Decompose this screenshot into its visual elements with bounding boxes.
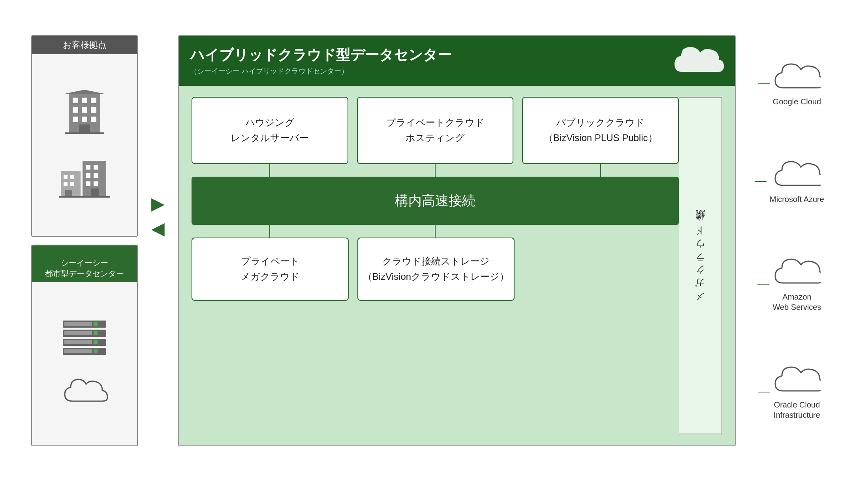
- google-cloud-item: Google Cloud: [758, 61, 821, 107]
- svg-rect-35: [64, 340, 92, 344]
- right-cloud-services: Google Cloud Microsoft Azure Amazon Web …: [742, 35, 837, 446]
- building-small-icon: [59, 155, 110, 200]
- bottom-service-boxes: プライベート メガクラウド クラウド接続ストレージ （BizVisionクラウド…: [192, 238, 679, 301]
- aws-service: Amazon Web Services: [772, 256, 821, 312]
- oracle-name: Oracle Cloud Infrastructure: [774, 400, 820, 420]
- svg-rect-2: [82, 98, 87, 103]
- svg-rect-17: [94, 173, 98, 178]
- building-large-icon: [61, 90, 108, 143]
- svg-rect-8: [82, 117, 87, 122]
- svg-rect-16: [86, 173, 90, 178]
- svg-rect-25: [70, 182, 74, 186]
- vconn-1: [192, 164, 348, 177]
- oracle-cloud-icon: [773, 364, 821, 396]
- svg-rect-4: [73, 107, 78, 113]
- google-cloud-name: Google Cloud: [773, 96, 821, 107]
- services-network-area: ハウジング レンタルサーバー プライベートクラウド ホスティング パブリッククラ…: [192, 97, 679, 434]
- main-body: ハウジング レンタルサーバー プライベートクラウド ホスティング パブリッククラ…: [179, 86, 735, 445]
- aws-name: Amazon Web Services: [772, 292, 821, 312]
- azure-name: Microsoft Azure: [770, 194, 824, 204]
- header-cloud-icon: [673, 42, 724, 79]
- center-section: ハイブリッドクラウド型データセンター （シーイーシー ハイブリッドクラウドセンタ…: [178, 35, 736, 446]
- arrow-right-icon: ▶: [151, 193, 165, 213]
- svg-rect-32: [64, 331, 92, 335]
- azure-cloud-icon: [773, 158, 821, 190]
- svg-rect-14: [86, 165, 90, 170]
- svg-rect-7: [73, 117, 78, 122]
- svg-rect-20: [91, 189, 99, 196]
- svg-rect-18: [86, 181, 90, 186]
- bottom-connectors: [192, 225, 679, 238]
- azure-service: Microsoft Azure: [770, 158, 824, 204]
- cloud-storage-box: クラウド接続ストレージ （BizVisionクラウドストレージ）: [357, 238, 515, 301]
- svg-rect-24: [64, 182, 68, 186]
- left-center-arrows: ▶ ◀: [144, 83, 172, 238]
- main-header: ハイブリッドクラウド型データセンター （シーイーシー ハイブリッドクラウドセンタ…: [179, 36, 735, 86]
- svg-rect-19: [94, 181, 98, 186]
- private-mega-box: プライベート メガクラウド: [192, 238, 349, 301]
- svg-rect-30: [94, 322, 98, 326]
- svg-rect-33: [94, 331, 98, 335]
- oracle-service: Oracle Cloud Infrastructure: [773, 364, 821, 420]
- top-service-boxes: ハウジング レンタルサーバー プライベートクラウド ホスティング パブリッククラ…: [192, 97, 679, 164]
- svg-rect-3: [91, 98, 96, 103]
- svg-marker-12: [65, 90, 104, 94]
- svg-rect-27: [59, 196, 110, 198]
- connector-line-aws: [757, 284, 769, 285]
- main-datacenter-area: ハイブリッドクラウド型データセンター （シーイーシー ハイブリッドクラウドセンタ…: [178, 35, 736, 446]
- cic-datacenter-box: シーイーシー 都市型データセンター: [31, 245, 138, 446]
- svg-rect-10: [79, 124, 90, 133]
- spacer-box: [523, 238, 679, 301]
- svg-rect-11: [65, 132, 104, 134]
- svg-rect-1: [73, 98, 78, 103]
- bvconn-2: [357, 225, 514, 238]
- vconn-2: [357, 164, 514, 177]
- cloud-outline-icon: [61, 375, 108, 409]
- mega-cloud-panel: メガクラウド接続: [679, 97, 722, 434]
- connector-line-oracle: [758, 392, 770, 392]
- main-subtitle: （シーイーシー ハイブリッドクラウドセンター）: [190, 66, 452, 76]
- svg-rect-5: [82, 107, 87, 113]
- aws-cloud-icon: [773, 256, 821, 288]
- bvconn-1: [192, 225, 348, 238]
- arrow-left-icon: ◀: [151, 218, 165, 238]
- server-rack-icon: [59, 319, 110, 364]
- google-cloud-service: Google Cloud: [773, 61, 821, 107]
- top-connectors: [192, 164, 679, 177]
- svg-rect-36: [94, 340, 98, 344]
- connector-line-google: [758, 83, 770, 84]
- svg-rect-9: [91, 117, 96, 122]
- housing-service-box: ハウジング レンタルサーバー: [192, 97, 348, 164]
- svg-rect-22: [64, 175, 68, 179]
- svg-rect-26: [65, 190, 72, 196]
- public-cloud-box: パブリッククラウド （BizVision PLUS Public）: [522, 97, 679, 164]
- left-section: お客様拠点: [31, 35, 138, 446]
- svg-rect-38: [64, 349, 92, 353]
- main-title: ハイブリッドクラウド型データセンター: [190, 45, 452, 65]
- svg-rect-6: [91, 107, 96, 113]
- private-cloud-box: プライベートクラウド ホスティング: [357, 97, 514, 164]
- cic-datacenter-header: シーイーシー 都市型データセンター: [32, 245, 137, 282]
- customer-location-header: お客様拠点: [32, 36, 137, 54]
- oracle-item: Oracle Cloud Infrastructure: [758, 364, 821, 420]
- aws-item: Amazon Web Services: [757, 256, 821, 312]
- mega-cloud-text: メガクラウド接続: [694, 224, 706, 307]
- svg-rect-15: [94, 165, 98, 170]
- vconn-3: [522, 164, 679, 177]
- azure-item: Microsoft Azure: [755, 158, 824, 204]
- svg-rect-29: [64, 322, 92, 326]
- main-header-text: ハイブリッドクラウド型データセンター （シーイーシー ハイブリッドクラウドセンタ…: [190, 45, 452, 76]
- google-cloud-icon: [773, 61, 821, 92]
- svg-rect-23: [70, 175, 74, 179]
- internal-network-box: 構内高速接続: [192, 177, 679, 225]
- svg-rect-39: [94, 349, 98, 353]
- customer-location-box: お客様拠点: [31, 35, 138, 237]
- connector-line-azure: [755, 181, 767, 182]
